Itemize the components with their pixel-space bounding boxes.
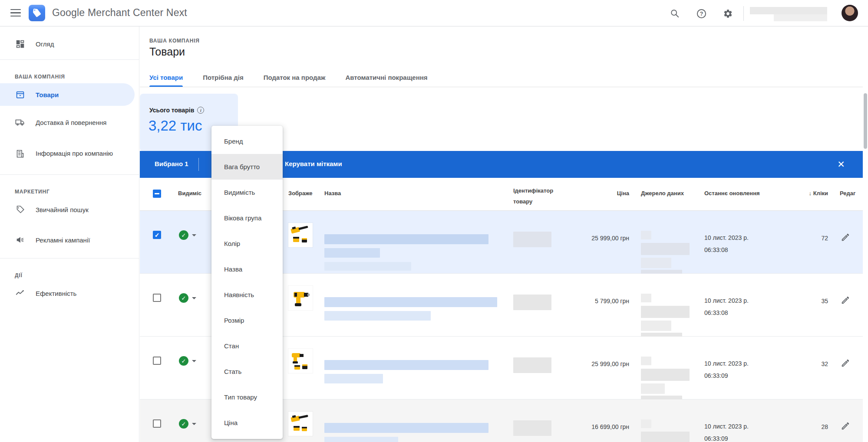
- pencil-icon: [841, 421, 850, 431]
- user-avatar[interactable]: [842, 5, 858, 21]
- col-data-source[interactable]: Джерело даних: [641, 190, 684, 196]
- top-app-bar: Google Merchant Center Next ?: [0, 0, 868, 26]
- building-icon: [15, 148, 25, 159]
- gear-icon: [723, 9, 733, 19]
- settings-button[interactable]: [722, 7, 734, 20]
- vertical-scrollbar[interactable]: [863, 26, 868, 442]
- col-visibility[interactable]: Видиміс: [178, 190, 201, 196]
- last-update-cell: 10 лист. 2023 р.06:33:08: [704, 232, 749, 256]
- sidebar-item-label: Рекламні кампанії: [36, 236, 127, 244]
- pencil-icon: [841, 358, 850, 368]
- clicks-cell: 32: [785, 360, 828, 367]
- menu-item-price[interactable]: Ціна: [211, 410, 283, 435]
- sidebar-item-business-info[interactable]: Інформація про компанію: [0, 140, 139, 167]
- product-name-redacted: [324, 262, 411, 271]
- sidebar-section-actions: ДІЇ: [0, 263, 139, 282]
- col-price[interactable]: Ціна: [542, 190, 629, 196]
- data-source-redacted: [641, 321, 671, 331]
- chevron-down-icon: [192, 234, 196, 236]
- row-checkbox[interactable]: [153, 294, 161, 302]
- sidebar-item-label: Інформація про компанію: [36, 149, 127, 158]
- menu-item-availability[interactable]: Наявність: [211, 282, 283, 308]
- tab-needs-attention[interactable]: Потрібна дія: [203, 69, 244, 87]
- clicks-cell: 35: [785, 298, 828, 304]
- tag-icon: [15, 204, 25, 215]
- pencil-icon: [841, 232, 850, 242]
- data-source-redacted: [641, 432, 690, 442]
- hamburger-menu-icon[interactable]: [10, 9, 21, 17]
- col-image[interactable]: Зображе: [288, 190, 313, 196]
- menu-item-product-type[interactable]: Тип товару: [211, 384, 283, 410]
- product-name-redacted: [324, 437, 398, 442]
- product-name-redacted: [324, 297, 497, 307]
- page-title: Товари: [149, 46, 185, 58]
- info-icon[interactable]: i: [197, 107, 204, 114]
- menu-item-brand[interactable]: Бренд: [211, 128, 283, 154]
- chevron-down-icon: [192, 423, 196, 425]
- status-approved-dropdown[interactable]: ✓: [179, 356, 196, 366]
- col-name[interactable]: Назва: [324, 190, 341, 196]
- scrollbar-thumb[interactable]: [864, 93, 867, 149]
- sidebar-item-label: Товари: [36, 91, 127, 98]
- svg-text:?: ?: [700, 10, 703, 16]
- menu-item-gross-weight[interactable]: Вага брутто: [211, 154, 283, 180]
- status-approved-dropdown[interactable]: ✓: [179, 230, 196, 240]
- menu-item-condition[interactable]: Стан: [211, 333, 283, 359]
- status-approved-dropdown[interactable]: ✓: [179, 293, 196, 303]
- menu-item-name[interactable]: Назва: [211, 256, 283, 282]
- manage-labels-button[interactable]: Керувати мітками: [285, 160, 342, 167]
- menu-item-gender[interactable]: Стать: [211, 359, 283, 384]
- row-checkbox[interactable]: [153, 357, 161, 365]
- edit-button[interactable]: [840, 420, 851, 432]
- approved-check-icon: ✓: [179, 356, 188, 366]
- close-icon[interactable]: ✕: [835, 158, 847, 170]
- col-clicks-sort[interactable]: ↓ Кліки: [785, 190, 828, 196]
- arrow-down-icon: ↓: [809, 190, 813, 196]
- help-button[interactable]: ?: [695, 7, 707, 20]
- edit-button[interactable]: [840, 357, 851, 369]
- tab-automatic-improvements[interactable]: Автоматичні покращення: [346, 69, 428, 87]
- sidebar-item-overview[interactable]: Огляд: [0, 33, 139, 55]
- row-checkbox[interactable]: [153, 419, 161, 428]
- tab-sales-tax[interactable]: Податок на продаж: [264, 69, 326, 87]
- approved-check-icon: ✓: [179, 293, 188, 303]
- menu-item-visibility[interactable]: Видимість: [211, 180, 283, 205]
- sidebar-nav: Огляд ВАША КОМПАНІЯ Товари Доставка й по…: [0, 26, 139, 442]
- data-source-redacted: [641, 383, 665, 394]
- last-update-cell: 10 лист. 2023 р.06:33:09: [704, 357, 749, 382]
- product-name-redacted: [324, 234, 488, 244]
- status-approved-dropdown[interactable]: ✓: [179, 419, 196, 429]
- pencil-icon: [841, 295, 850, 305]
- clicks-cell: 28: [785, 423, 828, 430]
- menu-item-color[interactable]: Колір: [211, 231, 283, 256]
- edit-button[interactable]: [840, 295, 851, 306]
- menu-item-size[interactable]: Розмір: [211, 308, 283, 333]
- sidebar-divider: [0, 258, 139, 259]
- sidebar-item-label: Огляд: [36, 40, 127, 48]
- sidebar-item-performance[interactable]: Ефективність: [0, 282, 139, 304]
- data-source-redacted: [641, 369, 690, 381]
- product-name-redacted: [324, 360, 488, 370]
- clicks-cell: 72: [785, 235, 828, 242]
- sidebar-item-organic-search[interactable]: Звичайний пошук: [0, 198, 139, 221]
- tab-all-products[interactable]: Усі товари: [149, 69, 183, 87]
- product-image: [288, 286, 313, 310]
- sidebar-item-label: Звичайний пошук: [36, 206, 127, 213]
- price-cell: 25 999,00 грн: [542, 360, 629, 367]
- price-cell: 25 999,00 грн: [542, 235, 629, 242]
- column-attribute-menu: Бренд Вага брутто Видимість Вікова група…: [211, 126, 283, 439]
- search-button[interactable]: [669, 7, 681, 20]
- sidebar-item-ad-campaigns[interactable]: Рекламні кампанії: [0, 229, 139, 251]
- sidebar-item-shipping[interactable]: Доставка й повернення: [0, 111, 139, 134]
- col-last-update[interactable]: Останнє оновлення: [704, 190, 760, 197]
- select-all-checkbox[interactable]: [153, 190, 161, 198]
- last-update-cell: 10 лист. 2023 р.06:33:09: [704, 420, 749, 442]
- row-checkbox[interactable]: ✓: [153, 231, 161, 239]
- data-source-redacted: [641, 419, 651, 428]
- chevron-down-icon: [192, 360, 196, 362]
- edit-button[interactable]: [840, 232, 851, 243]
- search-icon: [670, 9, 680, 18]
- menu-item-age-group[interactable]: Вікова група: [211, 205, 283, 231]
- last-update-cell: 10 лист. 2023 р.06:33:08: [704, 295, 749, 319]
- sidebar-item-products[interactable]: Товари: [0, 83, 135, 106]
